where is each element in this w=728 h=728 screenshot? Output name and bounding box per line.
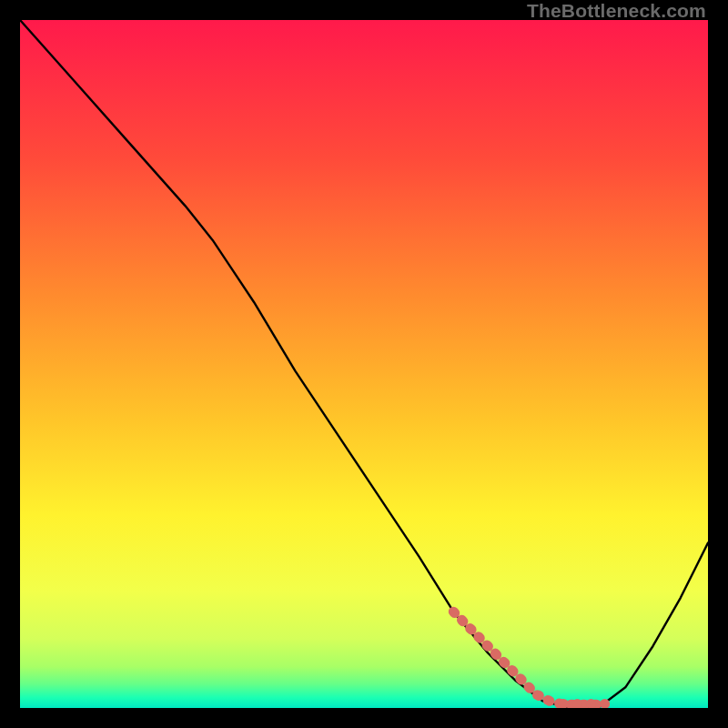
chart-svg xyxy=(20,20,708,708)
gradient-background xyxy=(20,20,708,708)
plot-area xyxy=(20,20,708,708)
chart-frame: TheBottleneck.com xyxy=(0,0,728,728)
watermark-text: TheBottleneck.com xyxy=(527,0,706,22)
